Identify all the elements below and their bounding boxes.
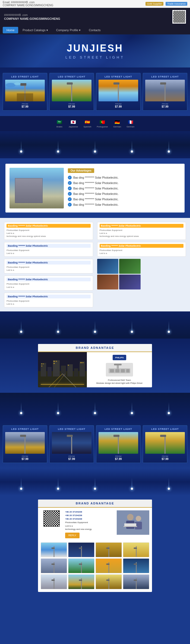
advantages-inner: Our Advantages ✓ Bao ding ********* Sola… [5,164,185,212]
spotlight-2 [0,311,190,339]
product-thumbs-row-1 [38,542,152,557]
thumb-10[interactable] [68,574,94,589]
lang-arabic[interactable]: 🇸🇦 Arabic [56,119,63,128]
product-price-7: $7.99 [99,458,138,461]
email-label: Email: [3,1,10,4]
thumb-12[interactable] [123,574,149,589]
lang-label-japanese: Japanese [69,125,78,128]
list-item-1[interactable]: Baoding ******* Solar Photoelectric Phot… [4,222,93,240]
list-item-2[interactable]: Baoding ******* Solar Photoelectric Phot… [4,242,93,257]
spotlight-dot-8 [94,331,96,333]
flag-arabic: 🇸🇦 [56,119,63,125]
thumb-6[interactable] [68,558,94,573]
spotlight-beam-20 [169,478,169,489]
product-card-4[interactable]: LED STREET LIGHT FROM $7.99 [143,73,187,111]
products-section-2: LED STREET LIGHT FROM $7.99 LED STREET L… [0,420,190,468]
svg-rect-33 [82,362,84,363]
reply-button[interactable]: REPLY [65,533,80,538]
list-title-5: Baoding ******* Solar Photoelectric [7,295,91,298]
thumb-8[interactable] [123,558,149,573]
advantages-image [10,168,64,208]
trade-assurance-btn[interactable]: Trade Assurance [166,2,187,6]
product-from-8: FROM [145,455,185,458]
spotlight-dot-18 [94,488,96,490]
spotlight-beam-13 [95,402,95,413]
spotlight-beam-8 [95,321,95,332]
gold-supplier-btn[interactable]: Gold Supplier [145,2,164,6]
product-img-3 [99,80,138,101]
team-image [117,510,149,535]
check-icon-2: ✓ [68,181,72,185]
nav-home[interactable]: Home [3,27,18,33]
thumb-7[interactable] [96,558,122,573]
list-item-r1[interactable]: Baoding ******* Solar Photoelectric Phot… [97,222,186,240]
lang-french[interactable]: 🇫🇷 German [126,119,134,128]
svg-rect-11 [164,82,166,101]
product-card-3[interactable]: LED STREET LIGHT FROM $7.99 [96,73,141,111]
thumb-9[interactable] [41,574,67,589]
list-desc-3: Photovoltaic EquipmentLed is a [7,266,91,272]
contact-line1: +86 20 37194238 [65,510,114,514]
product-thumbs-row-2 [38,558,152,573]
list-item-3[interactable]: Baoding ******* Solar Photoelectric Phot… [4,259,93,273]
spotlight-beam-9 [132,321,132,332]
brand-right-1: PHILIPS Professional R&D Team [87,352,152,387]
thumb-pole-7 [108,562,109,573]
list-desc-r2: Photovoltaic EquipmentLed is a [100,249,184,255]
product-img-5 [5,432,45,454]
svg-point-53 [136,516,141,521]
lang-german[interactable]: 🇩🇪 German [113,119,121,128]
spotlight-dot-13 [94,412,96,414]
spotlight-dot-2 [57,150,59,153]
nav-products[interactable]: Product Catalogs ▾ [19,27,52,34]
thumb-1[interactable] [41,542,67,557]
spotlight-row-2 [3,318,187,332]
spotlight-dot-11 [20,412,22,414]
list-item-r2[interactable]: Baoding ******* Solar Photoelectric Phot… [97,242,186,257]
spotlight-dot-10 [168,331,170,333]
nav-contacts[interactable]: Contacts [85,27,104,33]
thumb-11[interactable] [96,574,122,589]
product-title-8: LED STREET LIGHT [145,428,185,430]
product-card-5[interactable]: LED STREET LIGHT FROM $7.99 [3,425,47,463]
product-card-1[interactable]: LED STREET LIGHT FROM $7.99 [3,73,47,111]
check-icon-5: ✓ [68,197,72,201]
product-price-4: $7.99 [145,105,185,108]
svg-rect-45 [67,435,73,437]
svg-rect-25 [41,363,42,364]
hero-title: JUNJIESH [5,43,185,54]
thumb-4[interactable] [123,542,149,557]
adv-item-4: ✓ Bao ding ********* Solar Photoelectric… [68,192,180,196]
top-bar: Email: ##########B .com COMPANY NAME:GON… [0,0,190,8]
list-title-2: Baoding ******* Solar Photoelectric [7,244,91,248]
thumb-2[interactable] [68,542,94,557]
nav-company[interactable]: Company Profile ▾ [52,27,84,34]
lang-label-portuguese: Portuguese [97,125,108,128]
flag-japanese: 🇯🇵 [69,119,77,125]
svg-rect-38 [121,369,125,372]
advantages-tag: Our Advantages [68,168,94,173]
product-from-1: FROM [5,103,45,105]
thumb-3[interactable] [96,542,122,557]
advantages-content: Our Advantages ✓ Bao ding ********* Sola… [68,168,180,208]
check-icon-3: ✓ [68,186,72,190]
product-title-2: LED STREET LIGHT [52,75,91,78]
product-card-7[interactable]: LED STREET LIGHT FROM $7.99 [96,425,141,463]
spotlight-beam-6 [21,321,21,332]
list-item-4[interactable]: Baoding ******* Solar Photoelectric Phot… [4,276,93,290]
brand-caption-line1: Professional R&D Team [96,379,143,382]
svg-point-6 [14,82,21,85]
product-card-2[interactable]: LED STREET LIGHT FROM $7.99 [49,73,94,111]
product-card-8[interactable]: LED STREET LIGHT FROM $7.99 [143,425,187,463]
lang-spanish[interactable]: 🇪🇸 Spanish [84,119,91,128]
thumb-5[interactable] [41,558,67,573]
thumb-inner-3 [96,543,122,557]
lang-japanese[interactable]: 🇯🇵 Japanese [69,119,78,128]
brand2-qr-code [43,510,60,527]
list-item-5[interactable]: Baoding ******* Solar Photoelectric Phot… [4,293,93,307]
check-icon-4: ✓ [68,192,72,196]
spotlight-row [3,138,187,152]
thumb-inner-1 [41,543,67,557]
product-card-6[interactable]: LED STREET LIGHT FROM $7.99 [49,425,94,463]
lang-portuguese[interactable]: 🇵🇹 Portuguese [97,119,108,128]
